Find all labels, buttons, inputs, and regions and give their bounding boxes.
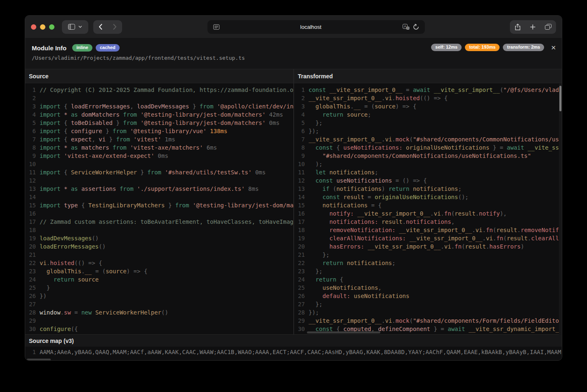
code-line: 6}); [294, 127, 562, 135]
line-number: 19 [294, 234, 305, 242]
code-line: 30configure({ [25, 325, 293, 333]
code-line: 26 default: useNotifications [294, 292, 562, 300]
code-line: 1// Copyright (C) 2012-2025 Zammad Found… [25, 86, 293, 94]
sidebar-toggle-button[interactable] [62, 20, 88, 34]
timing-badge: transform: 2ms [503, 44, 544, 51]
code-line: 2__vite_ssr_import_0__.vi.hoisted(() => … [294, 94, 562, 102]
timing-badges: self: 12mstotal: 193mstransform: 2ms [431, 44, 544, 51]
line-number: 6 [25, 127, 36, 135]
sourcemap-line: 1 AAMA;AAeA,yBAAG,QAAQ,MAAM;AACf,aAAW,KA… [25, 347, 562, 357]
line-number: 24 [294, 275, 305, 284]
code-line: 7__vite_ssr_import_0__.vi.mock("#shared/… [294, 135, 562, 143]
line-number: 17 [294, 218, 305, 226]
transformed-code: 1const __vite_ssr_import_0__ = await __v… [294, 83, 562, 334]
code-line: 1const __vite_ssr_import_0__ = await __v… [294, 86, 562, 94]
line-number: 29 [25, 317, 36, 325]
browser-titlebar: localhost Ax [25, 16, 562, 38]
line-number: 23 [25, 267, 36, 275]
line-number: 15 [25, 201, 36, 209]
tab-overview-icon[interactable] [541, 20, 556, 34]
line-number: 1 [25, 86, 36, 94]
chevron-down-icon [78, 26, 82, 28]
line-number: 26 [25, 292, 36, 300]
sourcemap-scrollbar-thumb[interactable] [27, 359, 51, 361]
module-info-header: Module Info inlinecached /Users/vladimir… [25, 38, 562, 69]
code-line: 4 return source; [294, 110, 562, 119]
line-number: 24 [25, 275, 36, 284]
code-line: 14 [25, 193, 293, 201]
code-line: 23 }; [294, 267, 562, 275]
code-line: 9 "#shared/components/CommonNotification… [294, 152, 562, 160]
line-number: 28 [25, 308, 36, 317]
line-number: 3 [294, 102, 305, 110]
module-badges: inlinecached [72, 44, 120, 52]
traffic-light-close[interactable] [31, 24, 36, 30]
code-line: 21 }; [294, 251, 562, 259]
code-line: 18 removeNotification: __vite_ssr_import… [294, 226, 562, 234]
sourcemap-mappings: AAMA;AAeA,yBAAG,QAAQ,MAAM;AACf,aAAW,KAAK… [40, 347, 561, 357]
code-line: 27 }; [294, 300, 562, 308]
module-badge: inline [72, 44, 92, 52]
code-line: 15 notifications = { [294, 201, 562, 209]
module-badge: cached [96, 44, 120, 52]
code-line: 11 let notifications; [294, 168, 562, 176]
code-line: 15import type { TestingLibraryMatchers }… [25, 201, 293, 209]
code-line: 23 globalThis.__ = (source) => { [25, 267, 293, 275]
new-tab-icon[interactable] [525, 20, 540, 34]
line-number: 6 [294, 127, 305, 135]
line-number: 16 [294, 209, 305, 218]
reload-icon[interactable] [411, 24, 421, 30]
line-number: 18 [294, 226, 305, 234]
traffic-lights [31, 24, 54, 30]
line-number: 16 [25, 209, 36, 218]
vertical-scrollbar-thumb[interactable] [559, 86, 561, 111]
line-number: 14 [294, 193, 305, 201]
line-number: 3 [25, 102, 36, 110]
line-number: 20 [25, 242, 36, 251]
traffic-light-zoom[interactable] [49, 24, 54, 30]
code-line: 17 notifications: result.notifications, [294, 218, 562, 226]
line-number: 25 [25, 284, 36, 292]
code-line: 8 const { useNotifications: originalUseN… [294, 143, 562, 152]
vertical-scrollbar-track[interactable] [559, 84, 562, 335]
close-button[interactable]: ✕ [551, 45, 556, 51]
line-number: 11 [294, 168, 305, 176]
sidebar-icon [68, 24, 75, 30]
share-icon[interactable] [510, 20, 525, 34]
source-pane-title: Source [25, 69, 293, 83]
timing-badge: total: 193ms [465, 44, 500, 51]
line-number: 2 [25, 94, 36, 102]
line-number: 30 [294, 325, 305, 333]
reader-icon[interactable] [212, 24, 221, 30]
code-line: 19loadDevMessages() [25, 234, 293, 242]
code-line: 28window.sw = new ServiceWorkerHelper() [25, 308, 293, 317]
source-code: 1// Copyright (C) 2012-2025 Zammad Found… [25, 83, 293, 334]
code-line: 29__vite_ssr_import_0__.vi.mock("#shared… [294, 317, 562, 325]
code-line: 14 const result = originalUseNotificatio… [294, 193, 562, 201]
url-bar[interactable]: localhost Ax [207, 20, 425, 34]
traffic-light-minimize[interactable] [40, 24, 45, 30]
code-panes: Source 1// Copyright (C) 2012-2025 Zamma… [25, 69, 562, 334]
forward-button[interactable] [108, 20, 122, 34]
code-line: 12 [25, 176, 293, 185]
code-line: 28}); [294, 308, 562, 317]
line-number: 12 [294, 176, 305, 185]
line-number: 9 [25, 152, 36, 160]
code-line: 13import * as assertions from './support… [25, 185, 293, 193]
line-number: 30 [25, 325, 36, 333]
code-line: 22vi.hoisted(() => { [25, 259, 293, 267]
code-line: 20loadErrorMessages() [25, 242, 293, 251]
translate-icon[interactable]: Ax [401, 24, 411, 30]
transformed-pane: Transformed 1const __vite_ssr_import_0__… [293, 69, 562, 334]
chevron-right-icon [113, 24, 117, 30]
line-number: 22 [25, 259, 36, 267]
code-line: 29 [25, 317, 293, 325]
code-line: 2 [25, 94, 293, 102]
line-number: 4 [25, 110, 36, 119]
line-number: 10 [294, 160, 305, 168]
transformed-pane-title: Transformed [294, 69, 562, 83]
back-button[interactable] [93, 20, 108, 34]
line-number: 8 [294, 143, 305, 152]
code-line: 6import { configure } from '@testing-lib… [25, 127, 293, 135]
horizontal-scrollbar-thumb[interactable] [307, 331, 380, 333]
